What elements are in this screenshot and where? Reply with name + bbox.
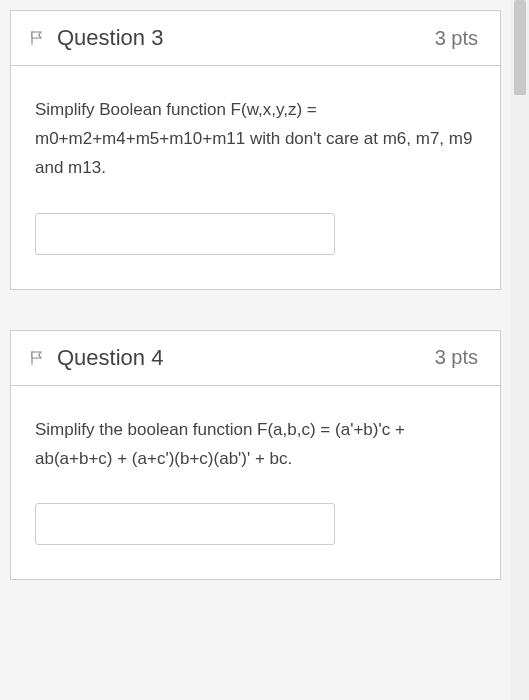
- question-title: Question 3: [57, 25, 163, 51]
- question-header-left: Question 4: [29, 345, 163, 371]
- answer-input[interactable]: [35, 503, 335, 545]
- question-body: Simplify Boolean function F(w,x,y,z) = m…: [11, 66, 500, 289]
- flag-icon[interactable]: [29, 349, 47, 367]
- question-header: Question 3 3 pts: [11, 11, 500, 66]
- question-body: Simplify the boolean function F(a,b,c) =…: [11, 386, 500, 580]
- scrollbar-thumb[interactable]: [514, 0, 526, 95]
- question-prompt: Simplify Boolean function F(w,x,y,z) = m…: [35, 96, 476, 183]
- question-points: 3 pts: [435, 27, 478, 50]
- question-points: 3 pts: [435, 346, 478, 369]
- flag-icon[interactable]: [29, 29, 47, 47]
- question-card-4: Question 4 3 pts Simplify the boolean fu…: [10, 330, 501, 581]
- answer-input[interactable]: [35, 213, 335, 255]
- question-header: Question 4 3 pts: [11, 331, 500, 386]
- question-title: Question 4: [57, 345, 163, 371]
- scrollbar-track[interactable]: [511, 0, 529, 700]
- question-card-3: Question 3 3 pts Simplify Boolean functi…: [10, 10, 501, 290]
- question-header-left: Question 3: [29, 25, 163, 51]
- question-prompt: Simplify the boolean function F(a,b,c) =…: [35, 416, 476, 474]
